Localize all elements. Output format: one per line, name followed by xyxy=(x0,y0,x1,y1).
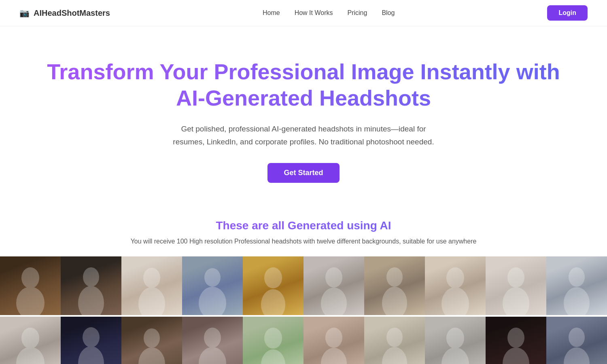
photo-item-20 xyxy=(546,317,607,364)
photo-item-5 xyxy=(243,256,304,315)
photo-item-2 xyxy=(61,256,121,315)
svg-point-9 xyxy=(261,289,285,315)
photo-item-15 xyxy=(243,317,304,364)
svg-point-31 xyxy=(321,348,347,364)
gallery-title: These are all Generated using AI xyxy=(0,219,607,232)
svg-point-19 xyxy=(564,287,590,315)
photo-item-13 xyxy=(121,317,182,364)
svg-point-6 xyxy=(204,268,221,287)
nav-item-pricing[interactable]: Pricing xyxy=(347,9,367,17)
svg-point-11 xyxy=(321,288,347,315)
svg-point-39 xyxy=(564,347,590,364)
svg-point-24 xyxy=(144,328,160,348)
photo-item-12 xyxy=(61,317,121,364)
svg-point-5 xyxy=(138,287,165,315)
photo-item-18 xyxy=(425,317,486,364)
svg-point-27 xyxy=(199,347,226,364)
svg-point-35 xyxy=(441,347,469,364)
photo-item-11 xyxy=(0,317,61,364)
photo-item-4 xyxy=(182,256,243,315)
svg-point-1 xyxy=(16,287,45,315)
svg-point-15 xyxy=(441,287,469,315)
nav-link-how-it-works[interactable]: How It Works xyxy=(295,9,333,16)
camera-icon: 📷 xyxy=(19,8,30,18)
svg-point-22 xyxy=(83,327,100,347)
brand-name: AIHeadShotMasters xyxy=(34,8,110,18)
photo-grid xyxy=(0,256,607,364)
hero-title: Transform Your Professional Image Instan… xyxy=(16,59,591,111)
svg-point-20 xyxy=(21,328,39,349)
photo-row-2 xyxy=(0,317,607,364)
svg-point-18 xyxy=(569,267,585,287)
gallery-section: These are all Generated using AI You wil… xyxy=(0,199,607,364)
photo-item-9 xyxy=(486,256,546,315)
hero-title-line1: Transform Your Professional Image Instan… xyxy=(47,59,560,84)
nav-link-pricing[interactable]: Pricing xyxy=(347,9,367,16)
photo-item-17 xyxy=(364,317,425,364)
svg-point-30 xyxy=(325,328,342,348)
svg-point-4 xyxy=(143,268,160,288)
svg-point-32 xyxy=(386,328,403,347)
svg-point-28 xyxy=(264,328,282,349)
hero-subtitle: Get polished, professional AI-generated … xyxy=(170,123,437,149)
svg-point-17 xyxy=(503,287,529,315)
svg-point-26 xyxy=(204,328,221,348)
photo-item-14 xyxy=(182,317,243,364)
nav-links: Home How It Works Pricing Blog xyxy=(263,9,395,17)
nav-link-blog[interactable]: Blog xyxy=(382,9,395,16)
svg-point-7 xyxy=(199,287,226,315)
svg-point-21 xyxy=(16,347,45,364)
svg-point-2 xyxy=(83,267,99,287)
svg-point-16 xyxy=(507,267,524,288)
hero-section: Transform Your Professional Image Instan… xyxy=(0,26,607,199)
gallery-subtitle: You will receive 100 High resolution Pro… xyxy=(0,238,607,245)
svg-point-3 xyxy=(78,286,104,315)
photo-item-3 xyxy=(121,256,182,315)
nav-item-home[interactable]: Home xyxy=(263,9,280,17)
svg-point-23 xyxy=(78,346,104,364)
navbar: 📷 AIHeadShotMasters Home How It Works Pr… xyxy=(0,0,607,26)
photo-item-6 xyxy=(304,256,364,315)
svg-point-0 xyxy=(21,267,39,288)
svg-point-37 xyxy=(503,347,529,364)
svg-point-25 xyxy=(138,347,165,364)
svg-point-10 xyxy=(325,267,342,288)
photo-item-1 xyxy=(0,256,61,315)
photo-item-7 xyxy=(364,256,425,315)
login-button[interactable]: Login xyxy=(547,5,588,21)
svg-point-38 xyxy=(569,328,585,347)
photo-item-10 xyxy=(546,256,607,315)
svg-point-36 xyxy=(507,328,524,348)
nav-link-home[interactable]: Home xyxy=(263,9,280,16)
svg-point-34 xyxy=(446,328,464,349)
svg-point-33 xyxy=(382,347,407,364)
svg-point-8 xyxy=(264,267,282,288)
photo-item-8 xyxy=(425,256,486,315)
photo-item-19 xyxy=(486,317,546,364)
photo-row-1 xyxy=(0,256,607,315)
svg-point-14 xyxy=(446,267,464,288)
svg-point-29 xyxy=(261,349,285,364)
nav-item-blog[interactable]: Blog xyxy=(382,9,395,17)
hero-title-line2: AI-Generated Headshots xyxy=(176,86,431,110)
photo-item-16 xyxy=(304,317,364,364)
brand-logo[interactable]: 📷 AIHeadShotMasters xyxy=(19,8,110,18)
svg-point-13 xyxy=(382,287,407,315)
nav-item-how-it-works[interactable]: How It Works xyxy=(295,9,333,17)
get-started-button[interactable]: Get Started xyxy=(267,163,339,183)
svg-point-12 xyxy=(386,267,403,287)
